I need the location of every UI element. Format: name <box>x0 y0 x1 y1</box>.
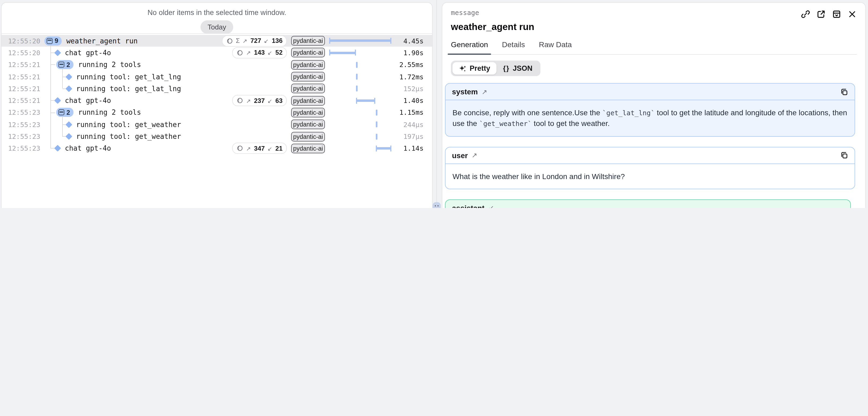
timeline-track <box>329 95 394 107</box>
record-kind-label: message <box>451 8 857 17</box>
span-name: running tool: get_weather <box>76 132 181 140</box>
copy-icon[interactable] <box>840 88 848 96</box>
span-row-running-tool-get-weather[interactable]: 12:55:23 running tool: get_weather pydan… <box>2 131 432 142</box>
span-row-running-tool-get-weather[interactable]: 12:55:23 running tool: get_weather pydan… <box>2 119 432 131</box>
collapse-toggle-badge[interactable]: 2 <box>56 108 73 117</box>
span-timestamp: 12:55:21 <box>8 61 40 69</box>
token-usage-pill: ↗237 ↙63 <box>232 95 287 106</box>
tab-generation[interactable]: Generation <box>451 40 488 54</box>
span-row-running-tool-get-lat-lng[interactable]: 12:55:21 running tool: get_lat_lng pydan… <box>2 71 432 83</box>
token-usage-pill: ↗143 ↙52 <box>232 47 287 58</box>
service-tag: pydantic-ai <box>291 144 325 153</box>
tokens-out-arrow-icon: ↙ <box>268 97 272 104</box>
span-row-running-tool-get-lat-lng[interactable]: 12:55:21 running tool: get_lat_lng pydan… <box>2 83 432 95</box>
span-diamond-icon <box>65 133 72 140</box>
service-tag: pydantic-ai <box>291 36 325 45</box>
coin-icon <box>226 37 233 44</box>
empty-window-notice: No older items in the selected time wind… <box>2 8 432 17</box>
outgoing-arrow-icon: ↗ <box>482 88 487 96</box>
span-timestamp: 12:55:21 <box>8 96 40 104</box>
timeline-track <box>329 83 394 95</box>
tab-details[interactable]: Details <box>502 40 525 54</box>
timeline-track <box>329 107 394 119</box>
token-usage-pill: ↗347 ↙21 <box>232 143 287 154</box>
tree-line <box>51 45 51 149</box>
tokens-out-arrow-icon: ↙ <box>268 145 272 152</box>
service-tag: pydantic-ai <box>291 108 325 118</box>
copy-icon[interactable] <box>840 151 848 159</box>
detail-tabs: Generation Details Raw Data <box>451 40 857 55</box>
system-text: Be concise, reply with one sentence.Use … <box>453 108 602 117</box>
span-diamond-icon <box>65 85 72 92</box>
service-tag: pydantic-ai <box>291 96 325 105</box>
role-label: user <box>452 151 468 159</box>
span-timestamp: 12:55:20 <box>8 49 40 57</box>
user-message-card: user ↗ What is the weather like in Londo… <box>445 147 855 189</box>
list-header: No older items in the selected time wind… <box>2 3 432 34</box>
panel-splitter-line <box>436 0 437 208</box>
span-row-running-2-tools[interactable]: 12:55:23 2 running 2 tools pydantic-ai 1… <box>2 107 432 119</box>
span-name: running 2 tools <box>78 61 141 69</box>
timeline-track <box>329 47 394 59</box>
span-name: chat gpt-4o <box>65 96 111 104</box>
timeline-bar <box>356 98 375 103</box>
span-name: running tool: get_lat_lng <box>76 73 181 81</box>
timeline-bar <box>376 133 377 139</box>
detail-title: weather_agent run <box>451 22 857 33</box>
timeline-bar <box>376 109 377 116</box>
span-row-chat-gpt4o[interactable]: 12:55:21 chat gpt-4o ↗237 ↙63 pydantic-a… <box>2 95 432 107</box>
copy-link-icon[interactable] <box>801 10 810 19</box>
braces-icon: {} <box>503 64 509 72</box>
timeline-track <box>329 131 394 142</box>
tokens-in-arrow-icon: ↗ <box>243 37 247 44</box>
timeline-bar <box>356 74 357 79</box>
timeline-track <box>329 59 394 71</box>
span-diamond-icon <box>65 121 72 128</box>
service-tag: pydantic-ai <box>291 48 325 58</box>
span-duration: 1.90s <box>394 49 424 57</box>
collapse-toggle-badge[interactable]: 2 <box>56 60 73 69</box>
system-message-header: system ↗ <box>445 84 855 100</box>
pretty-view-button[interactable]: Pretty <box>453 62 497 74</box>
close-icon[interactable] <box>848 10 857 19</box>
span-diamond-icon <box>54 145 61 152</box>
sparkles-icon <box>459 65 466 72</box>
sigma-symbol: Σ <box>236 37 240 44</box>
timeline-bar <box>356 62 357 68</box>
tab-raw-data[interactable]: Raw Data <box>539 40 572 54</box>
span-duration: 4.45s <box>394 37 424 45</box>
dock-panel-icon[interactable] <box>832 10 841 19</box>
span-row-running-2-tools[interactable]: 12:55:21 2 running 2 tools pydantic-ai 2… <box>2 59 432 71</box>
user-message-body: What is the weather like in London and i… <box>445 164 855 189</box>
inline-code: `get_lat_lng` <box>602 109 655 117</box>
message-list: system ↗ Be concise, reply with one sent… <box>442 76 865 208</box>
coin-icon <box>237 49 243 56</box>
view-mode-toggle: Pretty {} JSON <box>451 61 540 76</box>
tokens-in: 143 <box>254 49 265 57</box>
span-row-weather-agent-run[interactable]: 12:55:20 9 weather_agent run Σ ↗727 ↙136… <box>2 35 432 47</box>
open-external-icon[interactable] <box>816 10 826 19</box>
service-tag: pydantic-ai <box>291 120 325 129</box>
collapse-icon <box>46 38 53 44</box>
panel-resize-handle[interactable] <box>433 202 441 208</box>
tokens-out: 52 <box>275 49 283 57</box>
detail-header-actions <box>801 10 857 19</box>
timeline-track <box>329 119 394 131</box>
span-timestamp: 12:55:23 <box>8 108 40 117</box>
json-view-button[interactable]: {} JSON <box>497 62 539 74</box>
trace-list-panel: No older items in the selected time wind… <box>1 2 433 208</box>
collapse-icon <box>58 109 64 116</box>
trace-viewer-app: No older items in the selected time wind… <box>0 0 868 208</box>
tree-line <box>51 112 55 113</box>
span-name: chat gpt-4o <box>65 145 111 153</box>
collapse-toggle-badge[interactable]: 9 <box>44 36 61 45</box>
tokens-in: 237 <box>254 97 265 104</box>
span-duration: 1.14s <box>394 145 424 153</box>
span-name: running tool: get_weather <box>76 120 181 128</box>
span-row-chat-gpt4o[interactable]: 12:55:20 chat gpt-4o ↗143 ↙52 pydantic-a… <box>2 47 432 59</box>
today-button[interactable]: Today <box>200 20 233 34</box>
span-row-chat-gpt4o[interactable]: 12:55:23 chat gpt-4o ↗347 ↙21 pydantic-a… <box>2 142 432 154</box>
timeline-track <box>329 35 394 47</box>
service-tag: pydantic-ai <box>291 132 325 141</box>
assistant-message-header: assistant ↙ <box>445 200 850 208</box>
